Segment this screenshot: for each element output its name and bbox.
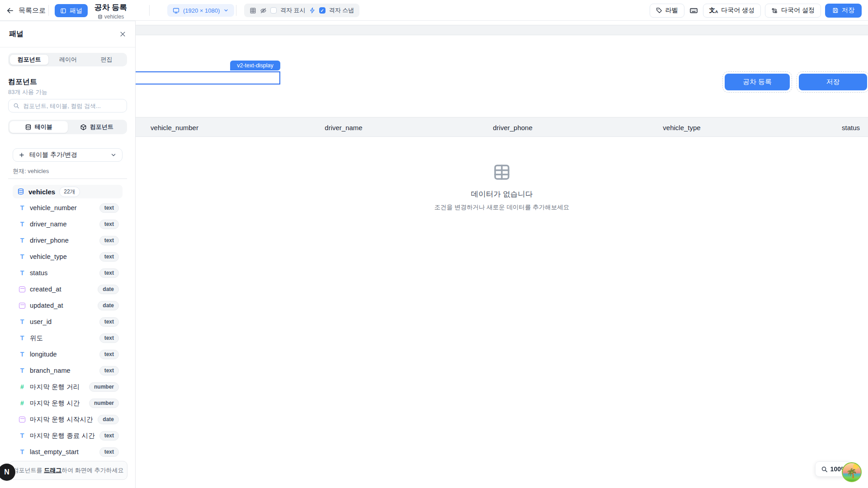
- field-type-icon: [19, 400, 25, 406]
- field-list-item[interactable]: driver_phone text: [13, 232, 123, 249]
- field-list-item[interactable]: last_empty_start text: [13, 444, 123, 460]
- grid-icon: [250, 7, 256, 14]
- i18n-settings-button[interactable]: 다국어 설정: [765, 4, 821, 18]
- page-title-block: 공차 등록 vehicles: [86, 2, 136, 20]
- field-list-item[interactable]: branch_name text: [13, 362, 123, 379]
- field-type-icon: [19, 384, 25, 390]
- add-change-table-button[interactable]: 테이블 추가/변경: [13, 148, 123, 162]
- field-list-item[interactable]: vehicle_type text: [13, 249, 123, 265]
- field-name: driver_phone: [30, 237, 95, 244]
- field-list-item[interactable]: user_id text: [13, 314, 123, 330]
- field-name: updated_at: [30, 302, 93, 309]
- field-list: vehicle_number text driver_name text dri…: [13, 200, 123, 460]
- mode-component-label: 컴포넌트: [90, 123, 113, 131]
- toolbar-right-group: 라벨 文A 다국어 생성 다국어 설정: [650, 3, 862, 18]
- panel-close-button[interactable]: [118, 29, 128, 39]
- i18n-generate-button[interactable]: 文A 다국어 생성: [703, 4, 761, 18]
- current-table-label: 현재: vehicles: [13, 167, 49, 175]
- field-type-icon: [19, 237, 25, 244]
- page-subtitle: vehicles: [86, 14, 136, 20]
- drag-hint-text: 컴포넌트를: [13, 467, 44, 474]
- eye-off-icon: [260, 7, 267, 14]
- island-sticker-badge[interactable]: 🌴: [842, 462, 862, 482]
- component-search[interactable]: [8, 99, 127, 113]
- field-list-item[interactable]: 마지막 운행 시작시간 date: [13, 411, 123, 427]
- field-type-badge: number: [89, 399, 119, 408]
- field-type-badge: text: [99, 317, 119, 327]
- component-search-input[interactable]: [23, 103, 122, 109]
- field-list-item[interactable]: updated_at date: [13, 297, 123, 314]
- field-type-icon: [19, 367, 25, 374]
- mode-component-button[interactable]: 컴포넌트: [68, 121, 126, 133]
- panel-header: 패널: [0, 21, 135, 47]
- tab-layers[interactable]: 레이어: [49, 54, 87, 65]
- canvas-register-button[interactable]: 공차 등록: [725, 74, 790, 90]
- screen-size-selector[interactable]: (868 × 488): [167, 4, 234, 17]
- table-column-header[interactable]: driver_name: [259, 117, 428, 137]
- field-name: vehicle_type: [30, 253, 95, 260]
- field-list-item[interactable]: 마지막 운행 거리 number: [13, 379, 123, 395]
- field-name: 마지막 운행 거리: [30, 383, 85, 391]
- grid-show-checkbox[interactable]: [270, 7, 277, 14]
- table-column-count-badge: 22개: [59, 187, 80, 197]
- field-type-badge: text: [99, 333, 119, 343]
- field-list-item[interactable]: 마지막 운행 종료 시간 text: [13, 427, 123, 444]
- save-button[interactable]: 저장: [825, 4, 862, 18]
- field-list-item[interactable]: 위도 text: [13, 330, 123, 346]
- mode-table-label: 테이블: [35, 123, 52, 131]
- screen-size-value: (868 × 488): [183, 7, 220, 14]
- field-type-badge: date: [98, 285, 119, 294]
- arrow-left-icon: [6, 7, 14, 14]
- field-list-item[interactable]: status text: [13, 265, 123, 281]
- database-icon: [98, 14, 103, 19]
- field-name: last_empty_start: [30, 448, 95, 455]
- field-type-badge: text: [99, 252, 119, 262]
- magnifier-icon: [821, 466, 828, 473]
- field-list-item[interactable]: vehicle_number text: [13, 200, 123, 216]
- back-label: 목록으로: [19, 6, 46, 15]
- field-type-icon: [19, 432, 25, 439]
- tab-components[interactable]: 컴포넌트: [9, 54, 49, 65]
- tab-edit[interactable]: 편집: [87, 54, 126, 65]
- field-type-badge: text: [99, 220, 119, 229]
- drag-hint-text-suffix: 하여 화면에 추가하세요: [61, 467, 123, 474]
- table-vehicles-row[interactable]: vehicles 22개: [13, 185, 123, 198]
- field-type-badge: text: [99, 268, 119, 278]
- field-type-icon: [19, 351, 25, 357]
- table-name: vehicles: [28, 188, 55, 196]
- field-name: status: [30, 269, 95, 277]
- database-icon: [17, 188, 24, 195]
- chevron-down-icon: [223, 8, 229, 13]
- selected-component-tag: v2-text-display: [230, 61, 280, 70]
- keyboard-shortcuts-button[interactable]: [689, 6, 699, 15]
- empty-state-title: 데이터가 없습니다: [136, 189, 868, 199]
- data-table-header-row: vehicle_numberdriver_namedriver_phoneveh…: [90, 117, 868, 137]
- table-column-header[interactable]: vehicle_type: [597, 117, 766, 137]
- save-button-label: 저장: [842, 6, 854, 14]
- field-list-item[interactable]: longitude text: [13, 346, 123, 362]
- field-type-badge: text: [99, 350, 119, 359]
- table-column-header[interactable]: driver_phone: [428, 117, 597, 137]
- tag-icon: [656, 7, 662, 14]
- i18n-settings-label: 다국어 설정: [781, 6, 815, 14]
- field-list-item[interactable]: driver_name text: [13, 216, 123, 232]
- subtitle-table-name: vehicles: [104, 14, 124, 20]
- field-type-icon: [19, 417, 25, 422]
- canvas-save-button[interactable]: 저장: [799, 74, 867, 90]
- mode-table-button[interactable]: 테이블: [9, 121, 68, 133]
- field-list-item[interactable]: created_at date: [13, 281, 123, 297]
- back-to-list-button[interactable]: 목록으로: [6, 0, 46, 21]
- grid-snap-checkbox[interactable]: ✓: [319, 7, 326, 14]
- table-column-header[interactable]: status: [766, 117, 868, 137]
- field-type-badge: text: [99, 203, 119, 213]
- field-type-icon: [19, 449, 25, 455]
- top-toolbar: 목록으로 패널 공차 등록 vehicles (1: [0, 0, 868, 21]
- field-type-badge: date: [98, 301, 119, 310]
- field-list-item[interactable]: 마지막 운행 시간 number: [13, 395, 123, 411]
- field-type-icon: [19, 319, 25, 325]
- field-type-badge: date: [98, 415, 119, 424]
- floppy-save-icon: [832, 7, 839, 14]
- toggle-panel-button[interactable]: 패널: [55, 4, 88, 17]
- label-button[interactable]: 라벨: [650, 4, 684, 18]
- field-type-icon: [19, 205, 25, 211]
